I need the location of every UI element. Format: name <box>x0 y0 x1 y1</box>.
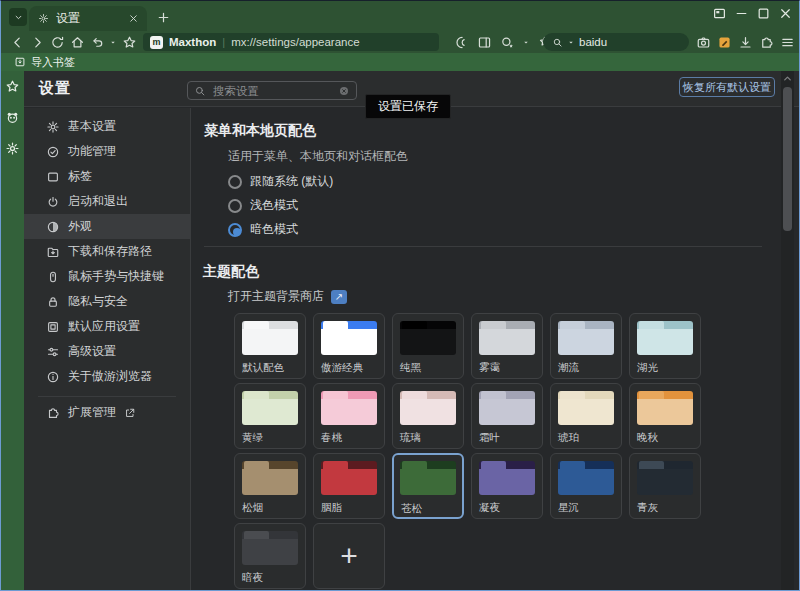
caret-down-icon[interactable] <box>109 38 117 46</box>
theme-card-16[interactable]: 凝夜 <box>471 453 543 519</box>
undo-icon[interactable] <box>89 34 105 50</box>
forward-icon[interactable] <box>29 34 45 50</box>
sidebar-item-tab[interactable]: 标签 <box>24 164 190 189</box>
scrollbar-thumb[interactable] <box>783 87 792 231</box>
home-icon[interactable] <box>69 34 85 50</box>
theme-card-7[interactable]: 黄绿 <box>234 383 306 449</box>
theme-card-17[interactable]: 星沉 <box>550 453 622 519</box>
sidebar-item-label: 扩展管理 <box>68 404 116 421</box>
settings-search-input[interactable] <box>211 84 333 98</box>
extensions-icon[interactable] <box>758 34 774 50</box>
theme-label: 胭脂 <box>321 501 342 515</box>
share-icon[interactable] <box>499 34 515 50</box>
theme-store-link[interactable]: 打开主题背景商店 ↗ <box>228 288 347 305</box>
sidebar-item-power[interactable]: 启动和退出 <box>24 189 190 214</box>
arrow-up-right-icon[interactable]: ↗ <box>331 290 347 304</box>
import-bookmarks-button[interactable]: 导入书签 <box>31 55 75 70</box>
theme-card-14[interactable]: 胭脂 <box>313 453 385 519</box>
back-icon[interactable] <box>9 34 25 50</box>
color-mode-option-0[interactable]: 跟随系统 (默认) <box>228 173 333 190</box>
downloads-icon[interactable] <box>737 34 753 50</box>
radio-unselected[interactable] <box>228 175 242 189</box>
sidebar-item-mouse[interactable]: 鼠标手势与快捷键 <box>24 264 190 289</box>
theme-label: 松烟 <box>242 501 263 515</box>
theme-card-1[interactable]: 默认配色 <box>234 313 306 379</box>
panda-icon[interactable] <box>5 110 20 125</box>
add-theme-button[interactable]: + <box>313 523 385 589</box>
theme-card-15[interactable]: 苍松 <box>392 453 464 519</box>
theme-card-12[interactable]: 晚秋 <box>629 383 701 449</box>
caret-down-icon <box>567 38 575 46</box>
theme-label: 凝夜 <box>479 501 500 515</box>
close-icon[interactable] <box>777 5 793 21</box>
restore-defaults-button[interactable]: 恢复所有默认设置 <box>679 77 775 97</box>
magnifier-icon <box>551 36 563 48</box>
sidebar-item-label: 外观 <box>68 218 92 235</box>
sidebar-item-check-circle[interactable]: 功能管理 <box>24 139 190 164</box>
sidebar-item-lock[interactable]: 隐私与安全 <box>24 289 190 314</box>
minimize-icon[interactable] <box>733 5 749 21</box>
sidebar-item-folder-download[interactable]: 下载和保存路径 <box>24 239 190 264</box>
sidebar-item-extensions[interactable]: 扩展管理 <box>24 400 190 425</box>
reader-view-icon[interactable] <box>476 34 492 50</box>
new-tab-button[interactable] <box>153 7 173 27</box>
mouse-icon <box>46 270 60 284</box>
theme-card-2[interactable]: 傲游经典 <box>313 313 385 379</box>
reload-icon[interactable] <box>49 34 65 50</box>
page-title: 设置 <box>39 79 71 98</box>
address-bar[interactable]: m Maxthon | mx://settings/appearance <box>143 33 439 51</box>
theme-card-6[interactable]: 湖光 <box>629 313 701 379</box>
section-title-theme: 主题配色 <box>203 263 259 281</box>
toolbar: m Maxthon | mx://settings/appearance bai… <box>1 31 799 53</box>
sidebar-item-label: 下载和保存路径 <box>68 243 152 260</box>
favorite-star-icon[interactable] <box>121 34 137 50</box>
star-icon[interactable] <box>5 79 20 94</box>
theme-card-4[interactable]: 雾霭 <box>471 313 543 379</box>
tab-list-button[interactable] <box>9 8 27 26</box>
theme-label: 潮流 <box>558 361 579 375</box>
theme-label: 暗夜 <box>242 571 263 585</box>
theme-card-8[interactable]: 春桃 <box>313 383 385 449</box>
radio-selected[interactable] <box>228 223 242 237</box>
theme-label: 湖光 <box>637 361 658 375</box>
theme-card-3[interactable]: 纯黑 <box>392 313 464 379</box>
split-screen-icon[interactable] <box>711 5 727 21</box>
active-tab[interactable]: 设置 <box>29 6 147 31</box>
color-mode-option-2[interactable]: 暗色模式 <box>228 221 298 238</box>
read-aloud-icon[interactable] <box>453 34 469 50</box>
clear-circle-icon[interactable] <box>338 85 350 97</box>
theme-card-13[interactable]: 松烟 <box>234 453 306 519</box>
maxthon-logo: m <box>150 36 163 49</box>
scrollbar-up-arrow[interactable] <box>782 73 793 84</box>
gear-icon[interactable] <box>5 141 20 156</box>
theme-swatch <box>321 461 377 495</box>
sliders-icon <box>46 345 60 359</box>
theme-swatch <box>400 461 456 495</box>
radio-label: 暗色模式 <box>250 221 298 238</box>
theme-card-9[interactable]: 琉璃 <box>392 383 464 449</box>
theme-swatch <box>479 321 535 355</box>
theme-label: 琥珀 <box>558 431 579 445</box>
settings-search[interactable] <box>187 81 357 100</box>
menu-icon[interactable] <box>779 34 795 50</box>
lock-icon <box>46 295 60 309</box>
notes-icon[interactable] <box>716 34 732 50</box>
sidebar-item-app-grid[interactable]: 默认应用设置 <box>24 314 190 339</box>
theme-card-18[interactable]: 青灰 <box>629 453 701 519</box>
theme-label: 雾霭 <box>479 361 500 375</box>
color-mode-option-1[interactable]: 浅色模式 <box>228 197 298 214</box>
maximize-icon[interactable] <box>755 5 771 21</box>
theme-card-19[interactable]: 暗夜 <box>234 523 306 589</box>
theme-card-10[interactable]: 霜叶 <box>471 383 543 449</box>
browser-search-box[interactable]: baidu <box>543 33 689 51</box>
caret-down-icon[interactable] <box>522 38 530 46</box>
radio-unselected[interactable] <box>228 199 242 213</box>
screenshot-icon[interactable] <box>695 34 711 50</box>
sidebar-item-palette[interactable]: 外观 <box>24 214 190 239</box>
sidebar-item-sliders[interactable]: 高级设置 <box>24 339 190 364</box>
theme-card-11[interactable]: 琥珀 <box>550 383 622 449</box>
close-tab-icon[interactable] <box>127 13 139 25</box>
sidebar-item-info[interactable]: 关于傲游浏览器 <box>24 364 190 389</box>
sidebar-item-gear[interactable]: 基本设置 <box>24 114 190 139</box>
theme-card-5[interactable]: 潮流 <box>550 313 622 379</box>
